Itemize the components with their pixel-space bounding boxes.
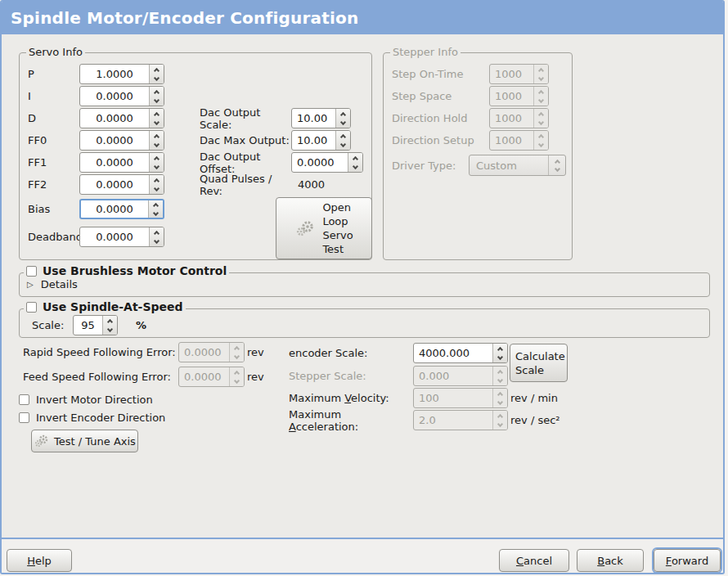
title-bar: Spindle Motor/Encoder Configuration: [2, 2, 723, 34]
stepper-scale-label: Stepper Scale:: [289, 370, 413, 382]
step-space-label: Step Space: [392, 90, 489, 102]
cancel-button[interactable]: Cancel: [499, 549, 569, 572]
spin-arrows-icon[interactable]: [348, 153, 362, 172]
open-loop-servo-test-label: Open Loop Servo Test: [322, 200, 353, 256]
use-brushless-label: Use Brushless Motor Control: [43, 264, 227, 277]
action-bar: Help Cancel Back Forward: [2, 538, 723, 573]
calculate-scale-button[interactable]: Calculate Scale: [510, 344, 568, 382]
invert-encoder-label: Invert Encoder Direction: [36, 412, 165, 424]
bias-spinbox[interactable]: 0.0000: [79, 199, 164, 219]
spin-arrows-icon[interactable]: [148, 200, 163, 218]
direction-hold-spinbox: 1000: [489, 108, 549, 128]
invert-motor-checkbox[interactable]: [19, 394, 29, 405]
quad-pulses-label: Quad Pulses / Rev:: [200, 173, 291, 197]
ff0-label: FF0: [28, 134, 79, 146]
ff2-label: FF2: [28, 178, 79, 191]
driver-type-label: Driver Type:: [392, 160, 469, 172]
step-on-time-label: Step On-Time: [392, 68, 489, 80]
rapid-following-error-label: Rapid Speed Following Error:: [23, 346, 178, 358]
test-tune-axis-button[interactable]: Test / Tune Axis: [31, 430, 138, 452]
invert-motor-label: Invert Motor Direction: [36, 394, 153, 406]
spin-arrows-icon[interactable]: [149, 175, 164, 194]
details-label: Details: [41, 278, 78, 290]
dac-output-scale-spinbox[interactable]: 10.00: [291, 108, 351, 128]
spin-arrows-icon: [492, 367, 507, 385]
calculate-scale-label: Calculate Scale: [515, 349, 565, 377]
spin-arrows-icon: [533, 65, 548, 83]
rapid-following-error-spinbox: 0.0000: [178, 342, 245, 362]
spin-arrows-icon[interactable]: [149, 131, 164, 150]
deadband-spinbox[interactable]: 0.0000: [79, 227, 164, 247]
ff0-spinbox[interactable]: 0.0000: [79, 130, 164, 151]
direction-setup-label: Direction Setup: [392, 134, 489, 146]
spin-arrows-icon[interactable]: [149, 87, 164, 106]
deadband-label: Deadband: [28, 231, 79, 243]
spin-arrows-icon: [492, 389, 507, 407]
invert-encoder-checkbox[interactable]: [19, 412, 29, 423]
servo-info-frame: Servo Info P 1.0000 I 0.0000 D 0.0000 FF…: [19, 52, 372, 260]
d-label: D: [28, 112, 79, 124]
ff1-label: FF1: [28, 156, 79, 169]
maximum-velocity-label: Maximum Velocity:: [289, 392, 413, 404]
at-speed-checkbox-row[interactable]: Use Spindle-At-Speed: [24, 300, 186, 313]
open-loop-servo-test-button[interactable]: Open Loop Servo Test: [276, 197, 372, 259]
dialog-window: Spindle Motor/Encoder Configuration Serv…: [0, 0, 725, 574]
maximum-velocity-spinbox: 100: [413, 388, 508, 408]
spin-arrows-icon[interactable]: [149, 109, 164, 128]
gears-icon: [294, 218, 316, 239]
ff1-spinbox[interactable]: 0.0000: [79, 152, 164, 173]
ff2-spinbox[interactable]: 0.0000: [79, 174, 164, 195]
use-brushless-checkbox[interactable]: [26, 266, 37, 277]
p-label: P: [28, 68, 79, 80]
at-speed-frame: Use Spindle-At-Speed Scale: 95 %: [19, 308, 710, 338]
dac-output-offset-label: Dac Output Offset:: [200, 151, 291, 175]
help-button[interactable]: Help: [7, 549, 72, 572]
details-expander[interactable]: ▷ Details: [27, 278, 78, 290]
help-label: Help: [27, 555, 52, 567]
spin-arrows-icon[interactable]: [335, 109, 350, 128]
dac-output-scale-label: Dac Output Scale:: [200, 106, 291, 131]
use-spindle-at-speed-checkbox[interactable]: [26, 302, 37, 313]
cancel-label: Cancel: [516, 555, 552, 567]
step-on-time-spinbox: 1000: [489, 64, 549, 84]
direction-hold-label: Direction Hold: [392, 112, 489, 124]
i-spinbox[interactable]: 0.0000: [79, 86, 164, 106]
brushless-checkbox-row[interactable]: Use Brushless Motor Control: [24, 264, 229, 277]
spin-arrows-icon[interactable]: [149, 153, 164, 172]
spin-arrows-icon[interactable]: [102, 316, 117, 335]
step-space-spinbox: 1000: [489, 86, 549, 106]
encoder-scale-spinbox[interactable]: 4000.000: [413, 343, 508, 363]
spin-arrows-icon[interactable]: [149, 65, 164, 83]
rapid-following-error-unit: rev: [247, 346, 264, 358]
d-spinbox[interactable]: 0.0000: [79, 108, 164, 128]
spin-arrows-icon: [492, 411, 507, 430]
quad-pulses-value: 4000: [298, 178, 325, 191]
spin-arrows-icon[interactable]: [335, 131, 350, 150]
feed-following-error-label: Feed Speed Following Error:: [23, 371, 178, 383]
test-tune-axis-label: Test / Tune Axis: [54, 435, 136, 448]
p-spinbox[interactable]: 1.0000: [79, 64, 164, 84]
encoder-scale-label: encoder Scale:: [289, 347, 413, 359]
maximum-velocity-unit: rev / min: [510, 392, 558, 404]
scale-unit: %: [136, 319, 146, 331]
bias-label: Bias: [28, 203, 79, 215]
feed-following-error-spinbox: 0.0000: [178, 367, 245, 387]
stepper-info-title: Stepper Info: [390, 46, 461, 59]
spin-arrows-icon: [229, 367, 244, 386]
dac-output-offset-spinbox[interactable]: 0.0000: [291, 152, 363, 173]
invert-motor-row[interactable]: Invert Motor Direction: [19, 393, 153, 406]
page-content: Servo Info P 1.0000 I 0.0000 D 0.0000 FF…: [2, 34, 723, 538]
spin-arrows-icon[interactable]: [492, 344, 507, 362]
spin-arrows-icon: [533, 109, 548, 128]
forward-button[interactable]: Forward: [654, 549, 721, 572]
dac-max-output-label: Dac Max Output:: [200, 134, 291, 146]
use-spindle-at-speed-label: Use Spindle-At-Speed: [43, 300, 183, 313]
spin-arrows-icon[interactable]: [149, 227, 164, 246]
forward-label: Forward: [666, 555, 708, 567]
dac-max-output-spinbox[interactable]: 10.00: [291, 130, 351, 151]
expander-arrow-icon[interactable]: ▷: [27, 280, 34, 289]
invert-encoder-row[interactable]: Invert Encoder Direction: [19, 411, 165, 424]
combo-arrows-icon: [548, 155, 565, 175]
back-button[interactable]: Back: [577, 549, 644, 572]
scale-spinbox[interactable]: 95: [73, 315, 118, 335]
